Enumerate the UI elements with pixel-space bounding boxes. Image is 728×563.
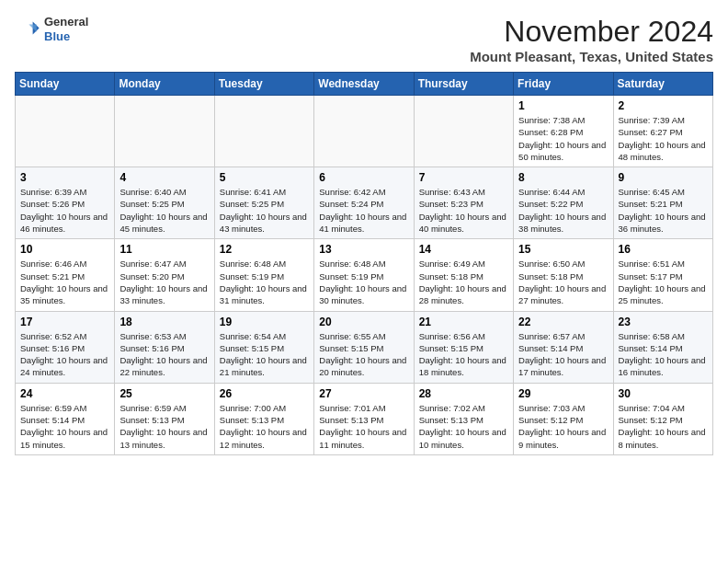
weekday-header-saturday: Saturday [613, 73, 712, 96]
logo: General Blue [15, 15, 88, 43]
svg-marker-1 [28, 24, 36, 31]
day-number: 9 [619, 171, 708, 184]
weekday-header-sunday: Sunday [16, 73, 115, 96]
weekday-header-friday: Friday [514, 73, 613, 96]
calendar-cell [314, 96, 414, 167]
day-number: 28 [419, 387, 508, 400]
day-number: 15 [518, 243, 608, 256]
weekday-header-wednesday: Wednesday [314, 73, 414, 96]
day-number: 23 [619, 316, 708, 328]
day-number: 4 [119, 171, 209, 184]
calendar-cell: 2Sunrise: 7:39 AM Sunset: 6:27 PM Daylig… [613, 96, 712, 167]
calendar-cell: 10Sunrise: 6:46 AM Sunset: 5:21 PM Dayli… [16, 239, 115, 311]
calendar-cell: 25Sunrise: 6:59 AM Sunset: 5:13 PM Dayli… [115, 383, 214, 454]
day-info: Sunrise: 6:55 AM Sunset: 5:15 PM Dayligh… [319, 330, 408, 379]
day-number: 13 [319, 243, 408, 256]
day-number: 26 [220, 387, 309, 400]
location-text: Mount Pleasant, Texas, United States [470, 49, 713, 64]
title-area: November 2024 Mount Pleasant, Texas, Uni… [470, 15, 713, 64]
day-number: 21 [419, 316, 508, 328]
calendar-cell: 6Sunrise: 6:42 AM Sunset: 5:24 PM Daylig… [314, 167, 414, 239]
day-info: Sunrise: 6:46 AM Sunset: 5:21 PM Dayligh… [20, 258, 109, 306]
calendar-cell [16, 96, 115, 167]
day-number: 29 [518, 387, 608, 400]
day-info: Sunrise: 7:39 AM Sunset: 6:27 PM Dayligh… [619, 114, 708, 163]
calendar-cell: 12Sunrise: 6:48 AM Sunset: 5:19 PM Dayli… [214, 239, 313, 311]
calendar-cell: 29Sunrise: 7:03 AM Sunset: 5:12 PM Dayli… [514, 383, 613, 454]
day-number: 7 [419, 171, 508, 184]
logo-general-text: General [44, 15, 88, 29]
calendar-cell: 28Sunrise: 7:02 AM Sunset: 5:13 PM Dayli… [414, 383, 513, 454]
day-number: 20 [319, 316, 408, 328]
day-number: 17 [20, 316, 109, 328]
calendar-cell: 3Sunrise: 6:39 AM Sunset: 5:26 PM Daylig… [16, 167, 115, 239]
day-number: 6 [319, 171, 408, 184]
day-number: 27 [319, 387, 408, 400]
day-number: 10 [20, 243, 109, 256]
day-info: Sunrise: 6:56 AM Sunset: 5:15 PM Dayligh… [419, 330, 508, 379]
calendar-cell: 7Sunrise: 6:43 AM Sunset: 5:23 PM Daylig… [414, 167, 513, 239]
calendar-cell: 19Sunrise: 6:54 AM Sunset: 5:15 PM Dayli… [214, 311, 313, 383]
day-info: Sunrise: 6:59 AM Sunset: 5:14 PM Dayligh… [20, 402, 109, 451]
calendar-cell: 18Sunrise: 6:53 AM Sunset: 5:16 PM Dayli… [115, 311, 214, 383]
day-info: Sunrise: 6:50 AM Sunset: 5:18 PM Dayligh… [518, 258, 608, 306]
day-info: Sunrise: 7:00 AM Sunset: 5:13 PM Dayligh… [220, 402, 309, 451]
calendar-cell [115, 96, 214, 167]
day-info: Sunrise: 7:03 AM Sunset: 5:12 PM Dayligh… [518, 402, 608, 451]
calendar-cell: 8Sunrise: 6:44 AM Sunset: 5:22 PM Daylig… [514, 167, 613, 239]
day-info: Sunrise: 6:47 AM Sunset: 5:20 PM Dayligh… [119, 258, 209, 306]
calendar-cell: 23Sunrise: 6:58 AM Sunset: 5:14 PM Dayli… [613, 311, 712, 383]
calendar-cell: 11Sunrise: 6:47 AM Sunset: 5:20 PM Dayli… [115, 239, 214, 311]
calendar-cell: 5Sunrise: 6:41 AM Sunset: 5:25 PM Daylig… [214, 167, 313, 239]
day-number: 16 [619, 243, 708, 256]
day-number: 11 [119, 243, 209, 256]
calendar-cell: 9Sunrise: 6:45 AM Sunset: 5:21 PM Daylig… [613, 167, 712, 239]
day-info: Sunrise: 6:45 AM Sunset: 5:21 PM Dayligh… [619, 186, 708, 235]
day-number: 3 [20, 171, 109, 184]
day-info: Sunrise: 6:52 AM Sunset: 5:16 PM Dayligh… [20, 330, 109, 379]
day-info: Sunrise: 6:54 AM Sunset: 5:15 PM Dayligh… [220, 330, 309, 379]
day-number: 14 [419, 243, 508, 256]
day-info: Sunrise: 6:53 AM Sunset: 5:16 PM Dayligh… [119, 330, 209, 379]
day-number: 24 [20, 387, 109, 400]
calendar-cell: 1Sunrise: 7:38 AM Sunset: 6:28 PM Daylig… [514, 96, 613, 167]
day-number: 5 [220, 171, 309, 184]
day-info: Sunrise: 6:49 AM Sunset: 5:18 PM Dayligh… [419, 258, 508, 306]
day-number: 2 [619, 99, 708, 112]
calendar-cell: 20Sunrise: 6:55 AM Sunset: 5:15 PM Dayli… [314, 311, 414, 383]
day-number: 25 [119, 387, 209, 400]
day-number: 30 [619, 387, 708, 400]
day-info: Sunrise: 7:01 AM Sunset: 5:13 PM Dayligh… [319, 402, 408, 451]
calendar-cell: 16Sunrise: 6:51 AM Sunset: 5:17 PM Dayli… [613, 239, 712, 311]
calendar-cell: 30Sunrise: 7:04 AM Sunset: 5:12 PM Dayli… [613, 383, 712, 454]
day-info: Sunrise: 6:43 AM Sunset: 5:23 PM Dayligh… [419, 186, 508, 235]
day-number: 22 [518, 316, 608, 328]
calendar-cell: 17Sunrise: 6:52 AM Sunset: 5:16 PM Dayli… [16, 311, 115, 383]
day-info: Sunrise: 6:44 AM Sunset: 5:22 PM Dayligh… [518, 186, 608, 235]
calendar-cell: 4Sunrise: 6:40 AM Sunset: 5:25 PM Daylig… [115, 167, 214, 239]
day-info: Sunrise: 6:40 AM Sunset: 5:25 PM Dayligh… [119, 186, 209, 235]
header: General Blue November 2024 Mount Pleasan… [15, 15, 713, 64]
day-info: Sunrise: 7:02 AM Sunset: 5:13 PM Dayligh… [419, 402, 508, 451]
month-title: November 2024 [470, 15, 713, 49]
weekday-header-thursday: Thursday [414, 73, 513, 96]
day-info: Sunrise: 6:58 AM Sunset: 5:14 PM Dayligh… [619, 330, 708, 379]
day-number: 1 [518, 99, 608, 112]
calendar-cell: 15Sunrise: 6:50 AM Sunset: 5:18 PM Dayli… [514, 239, 613, 311]
day-info: Sunrise: 7:04 AM Sunset: 5:12 PM Dayligh… [619, 402, 708, 451]
logo-icon [15, 17, 40, 42]
day-number: 12 [220, 243, 309, 256]
day-number: 18 [119, 316, 209, 328]
day-info: Sunrise: 6:41 AM Sunset: 5:25 PM Dayligh… [220, 186, 309, 235]
day-info: Sunrise: 6:48 AM Sunset: 5:19 PM Dayligh… [319, 258, 408, 306]
day-info: Sunrise: 6:57 AM Sunset: 5:14 PM Dayligh… [518, 330, 608, 379]
calendar-cell: 22Sunrise: 6:57 AM Sunset: 5:14 PM Dayli… [514, 311, 613, 383]
logo-blue-text: Blue [44, 29, 88, 44]
calendar-table: SundayMondayTuesdayWednesdayThursdayFrid… [15, 72, 713, 455]
day-info: Sunrise: 6:48 AM Sunset: 5:19 PM Dayligh… [220, 258, 309, 306]
day-info: Sunrise: 6:59 AM Sunset: 5:13 PM Dayligh… [119, 402, 209, 451]
calendar-cell: 14Sunrise: 6:49 AM Sunset: 5:18 PM Dayli… [414, 239, 513, 311]
calendar-cell [214, 96, 313, 167]
calendar-cell: 27Sunrise: 7:01 AM Sunset: 5:13 PM Dayli… [314, 383, 414, 454]
calendar-cell: 24Sunrise: 6:59 AM Sunset: 5:14 PM Dayli… [16, 383, 115, 454]
